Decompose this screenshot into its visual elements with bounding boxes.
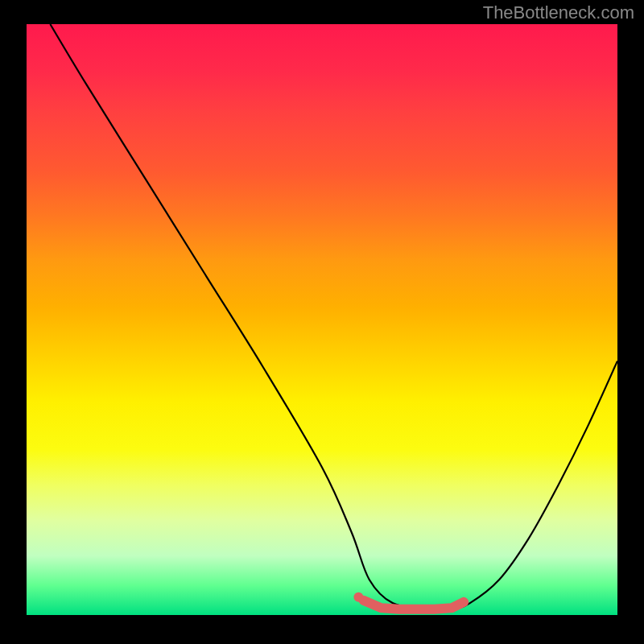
watermark-text: TheBottleneck.com <box>483 2 634 23</box>
optimal-range-markers <box>353 592 363 602</box>
chart-svg <box>27 24 617 615</box>
svg-point-0 <box>353 592 363 602</box>
bottleneck-curve <box>50 24 617 610</box>
optimal-range-line <box>363 601 464 609</box>
chart-plot-area <box>27 24 617 615</box>
